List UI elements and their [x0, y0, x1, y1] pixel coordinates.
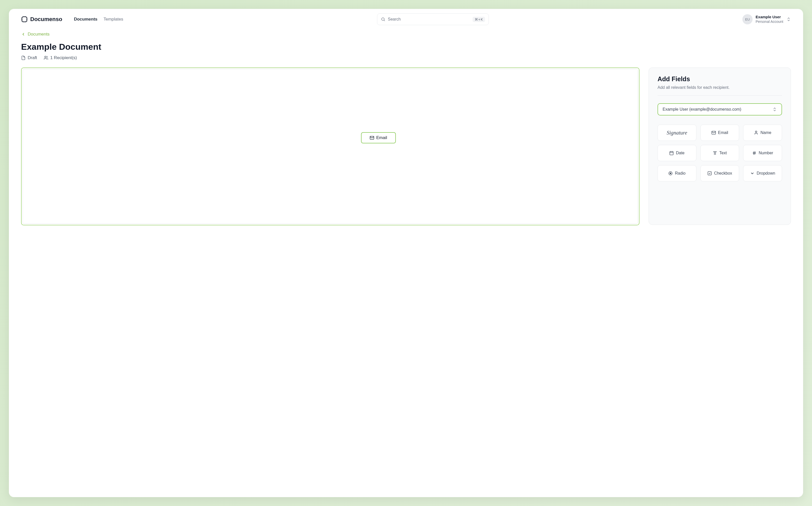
field-checkbox-label: Checkbox [714, 171, 732, 176]
panel-title: Add Fields [658, 75, 782, 83]
search-box[interactable]: ⌘+K [377, 13, 489, 25]
recipients-label: 1 Recipient(s) [50, 55, 77, 60]
field-email[interactable]: Email [700, 124, 739, 141]
svg-line-8 [754, 151, 754, 155]
main-layout: Email Add Fields Add all relevant fields… [21, 68, 791, 225]
fields-grid: Signature Email Name [658, 124, 782, 181]
chevron-updown-icon [772, 107, 777, 112]
svg-line-9 [755, 151, 755, 155]
nav-documents[interactable]: Documents [74, 17, 97, 22]
field-dropdown-label: Dropdown [757, 171, 775, 176]
document-canvas[interactable]: Email [21, 68, 639, 225]
nav-links: Documents Templates [74, 17, 123, 22]
search-container: ⌘+K [131, 13, 735, 25]
svg-point-11 [670, 173, 671, 174]
field-radio[interactable]: Radio [658, 165, 696, 181]
add-fields-panel: Add Fields Add all relevant fields for e… [649, 68, 791, 225]
app-frame: Documenso Documents Templates ⌘+K EU Exa… [9, 9, 803, 497]
placed-field-email[interactable]: Email [361, 132, 396, 143]
chevron-updown-icon [786, 17, 791, 21]
breadcrumb-label: Documents [28, 32, 50, 37]
hash-icon [752, 151, 757, 155]
svg-point-1 [45, 56, 46, 58]
topbar: Documenso Documents Templates ⌘+K EU Exa… [9, 9, 803, 30]
field-date[interactable]: Date [658, 145, 696, 161]
mail-icon [370, 136, 374, 140]
field-email-label: Email [718, 131, 728, 135]
panel-subtitle: Add all relevant fields for each recipie… [658, 85, 782, 96]
logo[interactable]: Documenso [21, 16, 62, 22]
file-icon [21, 56, 26, 60]
calendar-icon [669, 151, 674, 155]
field-number-label: Number [759, 151, 773, 155]
svg-rect-12 [708, 172, 712, 175]
recipient-select[interactable]: Example User (example@documenso.com) [658, 103, 782, 115]
svg-point-4 [755, 131, 757, 133]
user-name: Example User [756, 15, 783, 19]
meta-row: Draft 1 Recipient(s) [21, 55, 791, 60]
search-shortcut: ⌘+K [473, 17, 485, 22]
field-name[interactable]: Name [743, 124, 782, 141]
documenso-logo-icon [21, 16, 28, 22]
field-radio-label: Radio [675, 171, 685, 176]
chevron-down-icon [750, 171, 755, 176]
type-icon [713, 151, 717, 155]
user-menu[interactable]: EU Example User Personal Account [742, 14, 791, 24]
document-inner[interactable]: Email [23, 69, 638, 224]
breadcrumb[interactable]: Documents [21, 32, 791, 37]
content: Documents Example Document Draft 1 Recip… [9, 30, 803, 225]
nav-templates[interactable]: Templates [104, 17, 123, 22]
field-text-label: Text [719, 151, 727, 155]
user-info: Example User Personal Account [756, 15, 783, 24]
avatar: EU [742, 14, 753, 24]
field-number[interactable]: Number [743, 145, 782, 161]
field-dropdown[interactable]: Dropdown [743, 165, 782, 181]
user-account: Personal Account [756, 19, 783, 24]
svg-point-0 [382, 18, 385, 20]
search-input[interactable] [388, 17, 470, 21]
chevron-left-icon [21, 32, 26, 36]
svg-rect-5 [670, 152, 674, 155]
recipient-select-value: Example User (example@documenso.com) [663, 107, 741, 112]
signature-label: Signature [667, 130, 687, 136]
status-label: Draft [28, 55, 37, 60]
checkbox-icon [707, 171, 712, 176]
radio-icon [668, 171, 673, 176]
logo-text: Documenso [30, 16, 62, 22]
search-icon [381, 17, 386, 21]
field-text[interactable]: Text [700, 145, 739, 161]
placed-field-label: Email [376, 135, 387, 140]
users-icon [44, 56, 48, 60]
field-signature[interactable]: Signature [658, 124, 696, 141]
status-badge: Draft [21, 55, 37, 60]
field-date-label: Date [676, 151, 684, 155]
recipients-info: 1 Recipient(s) [44, 55, 77, 60]
user-icon [754, 131, 758, 135]
field-name-label: Name [760, 131, 771, 135]
mail-icon [712, 131, 716, 135]
field-checkbox[interactable]: Checkbox [700, 165, 739, 181]
page-title: Example Document [21, 42, 791, 52]
